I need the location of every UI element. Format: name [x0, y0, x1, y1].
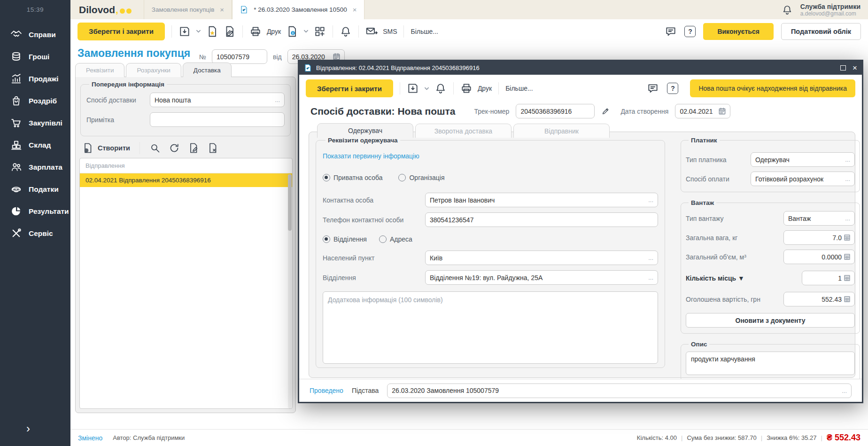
search-icon[interactable] — [149, 142, 161, 154]
chevron-down-icon[interactable] — [196, 29, 201, 34]
document-info-icon[interactable] — [286, 25, 298, 38]
delivery-method-input[interactable]: Нова пошта ... — [150, 93, 285, 107]
scrollbar[interactable] — [288, 174, 292, 408]
calculator-icon[interactable] — [844, 275, 850, 281]
sidebar-item-service[interactable]: Сервіс — [0, 222, 70, 244]
branch-input[interactable]: Відділення №19: вул. Райдужна, 25А ... — [425, 270, 658, 285]
more-button[interactable]: Більше... — [411, 28, 438, 35]
radio-branch[interactable]: Відділення — [323, 235, 367, 243]
sidebar-item-purchases[interactable]: Закупівлі — [0, 112, 70, 134]
nova-poshta-status-banner[interactable]: Нова пошта очікує надходження від відпра… — [690, 79, 855, 97]
more-button[interactable]: Більше... — [505, 85, 533, 92]
ellipsis-button[interactable]: ... — [648, 196, 653, 203]
user-info[interactable]: Служба підтримки a.delovod@gmail.com — [800, 3, 860, 17]
cargo-type-input[interactable]: Вантаж ... — [783, 211, 855, 226]
payer-type-input[interactable]: Одержувач ... — [751, 152, 855, 167]
print-button[interactable]: Друк — [478, 85, 492, 92]
contact-person-input[interactable]: Петров Іван Іванович ... — [425, 193, 658, 207]
maximize-button[interactable] — [840, 65, 846, 70]
description-textarea[interactable]: продукти харчування — [686, 352, 855, 375]
calculator-icon[interactable] — [844, 296, 850, 302]
sidebar-item-results[interactable]: Результати — [0, 200, 70, 222]
comment-icon[interactable] — [665, 25, 677, 38]
track-number-input[interactable]: 20450368396916 — [516, 104, 595, 118]
payment-method-input[interactable]: Готівковий розрахунок ... — [751, 172, 855, 186]
ellipsis-button[interactable]: ... — [648, 254, 653, 261]
bell-icon[interactable] — [782, 4, 793, 16]
save-icon[interactable] — [178, 25, 191, 38]
sms-envelope-icon[interactable] — [365, 25, 378, 38]
document-star-icon[interactable] — [206, 25, 218, 38]
help-button[interactable]: ? — [667, 83, 678, 94]
sidebar-item-salary[interactable]: Зарплата — [0, 156, 70, 178]
print-button[interactable]: Друк — [267, 28, 281, 35]
print-icon[interactable] — [249, 25, 262, 38]
bell-icon[interactable] — [434, 82, 447, 94]
sms-button[interactable]: SMS — [383, 28, 397, 35]
save-close-button[interactable]: Зберегти і закрити — [78, 23, 165, 40]
places-count-label[interactable]: Кількість місць ▼ — [686, 274, 802, 282]
calculator-icon[interactable] — [844, 254, 850, 260]
radio-organization[interactable]: Організація — [398, 174, 444, 181]
refresh-icon[interactable] — [169, 142, 180, 154]
calendar-icon[interactable] — [333, 53, 340, 60]
tab-order-document[interactable]: * 26.03.2020 Замовлення 10500 × — [232, 0, 364, 19]
extra-info-textarea[interactable]: Додаткова інформація (100 символів) — [323, 291, 658, 364]
document-paperclip-icon[interactable] — [224, 25, 236, 38]
sidebar-collapse-arrow[interactable]: › — [26, 422, 30, 435]
sidebar-item-retail[interactable]: Роздріб — [0, 90, 70, 112]
sidebar-item-deals[interactable]: Справи — [0, 23, 70, 46]
close-icon[interactable]: × — [220, 6, 224, 14]
save-icon[interactable] — [407, 82, 419, 94]
tab-sender[interactable]: Відправник — [513, 124, 610, 138]
calculator-icon[interactable] — [844, 235, 850, 241]
print-icon[interactable] — [460, 82, 473, 94]
dilovod-logo[interactable]: Dilovod, — [79, 0, 132, 19]
shipment-list-item[interactable]: 02.04.2021 Відправлення 20450368396916 — [80, 173, 292, 187]
ellipsis-button[interactable]: ... — [845, 215, 850, 222]
close-icon[interactable]: × — [852, 64, 857, 72]
created-date-input[interactable]: 02.04.2021 — [675, 104, 730, 118]
close-icon[interactable]: × — [353, 6, 357, 14]
weight-input[interactable]: 7.0 — [783, 230, 855, 245]
ellipsis-button[interactable]: ... — [648, 274, 653, 281]
contact-phone-input[interactable]: 380541236547 — [425, 212, 658, 227]
ellipsis-button[interactable]: ... — [845, 175, 850, 182]
comment-icon[interactable] — [647, 82, 659, 94]
city-input[interactable]: Київ ... — [425, 250, 658, 265]
sidebar-item-sales[interactable]: Продажі — [0, 68, 70, 90]
calendar-icon[interactable] — [719, 108, 726, 115]
tab-receiver[interactable]: Одержувач — [317, 123, 413, 138]
pencil-icon[interactable] — [601, 107, 610, 116]
sidebar-item-taxes[interactable]: Податки — [0, 178, 70, 200]
order-number-input[interactable]: 105007579 — [212, 49, 267, 64]
save-close-button[interactable]: Зберегти і закрити — [306, 79, 393, 97]
declared-value-input[interactable]: 552.43 — [783, 292, 855, 306]
changed-link[interactable]: Змінено — [78, 434, 102, 442]
ellipsis-button[interactable]: ... — [845, 156, 850, 163]
tab-requisites[interactable]: Реквізити — [75, 63, 124, 77]
chevron-down-icon[interactable] — [424, 86, 429, 91]
tab-delivery[interactable]: Доставка — [183, 63, 232, 77]
show-primary-info-link[interactable]: Показати первинну інформацію — [323, 152, 419, 160]
chevron-down-icon[interactable] — [303, 29, 309, 34]
tab-calculations[interactable]: Розрахунки — [126, 63, 181, 77]
volume-input[interactable]: 0.0000 — [783, 250, 855, 264]
grid-plus-icon[interactable] — [314, 25, 326, 38]
radio-address[interactable]: Адреса — [379, 235, 412, 243]
create-button[interactable]: Створити — [98, 144, 130, 152]
places-count-input[interactable]: 1 — [802, 271, 855, 285]
help-button[interactable]: ? — [684, 26, 696, 37]
document-delete-icon[interactable] — [207, 142, 218, 154]
sidebar-item-money[interactable]: Гроші — [0, 46, 70, 68]
posted-link[interactable]: Проведено — [310, 387, 343, 394]
scrollbar-thumb[interactable] — [288, 174, 292, 231]
document-plus-icon[interactable] — [82, 142, 93, 154]
tab-orders-list[interactable]: Замовлення покупців × — [144, 0, 232, 19]
ellipsis-button[interactable]: ... — [842, 387, 847, 394]
update-from-document-button[interactable]: Оновити з документу — [686, 313, 855, 328]
tax-accounting-button[interactable]: Податковий облік — [781, 23, 861, 40]
radio-private-person[interactable]: Приватна особа — [323, 174, 382, 181]
sidebar-item-warehouse[interactable]: Склад — [0, 134, 70, 156]
basis-input[interactable]: 26.03.2020 Замовлення 105007579 ... — [387, 383, 852, 398]
